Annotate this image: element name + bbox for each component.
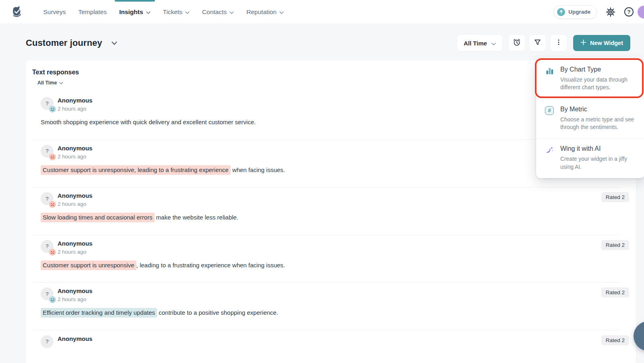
time-filter-dropdown[interactable]: All Time (457, 35, 502, 51)
menu-item-description: Visualize your data through different ch… (560, 76, 638, 92)
menu-item-by-metric[interactable]: # By Metric Choose a metric type and see… (536, 99, 644, 139)
avatar: ? (41, 145, 54, 158)
response-item: ? Anonymous 2 hours ago Customer support… (26, 235, 636, 283)
plus-icon (580, 39, 586, 47)
positive-highlight: Efficient order tracking and timely upda… (41, 308, 157, 318)
chevron-down-icon (111, 39, 117, 47)
menu-item-title: By Metric (560, 106, 638, 113)
response-text: Smooth shopping experience with quick de… (41, 118, 588, 127)
response-timestamp: 2 hours ago (58, 201, 93, 207)
menu-item-title: By Chart Type (560, 66, 638, 73)
filter-funnel-icon (533, 38, 542, 48)
upgrade-arrow-icon (557, 8, 565, 16)
menu-item-title: Wing it with AI (560, 145, 638, 152)
negative-sentiment-icon (49, 249, 56, 256)
response-item: ? Anonymous 2 hours ago Efficient order … (26, 282, 636, 330)
dashboard-title-dropdown[interactable]: Customer journey (26, 38, 117, 48)
nav-item-surveys[interactable]: Surveys (37, 0, 72, 24)
settings-gear-icon[interactable] (606, 7, 615, 17)
anonymous-question-avatar: ? (41, 335, 54, 348)
chevron-down-icon (185, 8, 190, 16)
avatar: ? (41, 97, 54, 110)
rating-badge: Rated 2 (601, 287, 629, 297)
chevron-down-icon (146, 8, 151, 16)
new-widget-button[interactable]: New Widget (573, 35, 630, 51)
menu-item-wing-it-with-ai[interactable]: Wing it with AI Create your widget in a … (536, 138, 644, 178)
avatar: ? (41, 287, 54, 300)
response-text: Slow loading times and occasional errors… (41, 213, 588, 222)
chevron-down-icon (491, 40, 496, 47)
response-text: Customer support is unresponsive, leadin… (41, 166, 588, 175)
filter-button[interactable] (530, 35, 546, 51)
response-timestamp: 2 hours ago (58, 154, 93, 160)
help-icon[interactable]: ? (624, 7, 634, 16)
nav-label: Surveys (43, 8, 66, 16)
new-widget-menu: By Chart Type Visualize your data throug… (536, 59, 644, 178)
menu-item-description: Create your widget in a jiffy using AI. (560, 155, 638, 171)
respondent-name: Anonymous (58, 97, 93, 104)
response-text: Efficient order tracking and timely upda… (41, 308, 588, 318)
page-header: Customer journey All Time (0, 24, 644, 51)
rating-badge: Rated 2 (601, 240, 629, 250)
widget-time-filter[interactable]: All Time (37, 80, 63, 86)
chevron-down-icon (229, 8, 234, 16)
respondent-name: Anonymous (58, 287, 93, 294)
main-nav: Surveys Templates Insights Tickets Conta… (37, 0, 290, 24)
negative-highlight: Slow loading times and occasional errors (41, 213, 155, 222)
avatar: ? (41, 240, 54, 253)
brand-bird-logo-icon[interactable] (10, 4, 25, 20)
respondent-name: Anonymous (58, 145, 93, 152)
widget-time-filter-value: All Time (37, 80, 57, 86)
hash-metric-icon: # (545, 106, 555, 131)
rating-badge: Rated 2 (601, 335, 629, 345)
upgrade-button[interactable]: Upgrade (553, 5, 597, 19)
nav-item-tickets[interactable]: Tickets (157, 0, 196, 24)
respondent-name: Anonymous (58, 240, 93, 247)
respondent-name: Anonymous (58, 335, 93, 342)
alarm-clock-icon (512, 38, 521, 48)
avatar: ? (41, 192, 54, 205)
response-item: ? Anonymous 2 hours ago Slow loading tim… (26, 187, 636, 235)
positive-sentiment-icon (49, 106, 56, 113)
upgrade-label: Upgrade (568, 9, 590, 15)
menu-item-description: Choose a metric type and see through the… (560, 116, 638, 131)
chevron-down-icon (279, 8, 284, 16)
nav-label: Insights (119, 8, 143, 16)
chevron-down-icon (59, 80, 63, 86)
nav-label: Tickets (163, 8, 183, 16)
more-options-button[interactable] (551, 35, 567, 51)
response-timestamp: 2 hours ago (58, 296, 93, 302)
schedule-report-button[interactable] (509, 35, 525, 51)
ai-wing-icon (545, 146, 555, 171)
kebab-menu-icon (555, 39, 562, 47)
user-avatar[interactable] (638, 6, 644, 18)
time-filter-value: All Time (464, 40, 487, 47)
respondent-name: Anonymous (58, 192, 93, 199)
nav-item-templates[interactable]: Templates (72, 0, 113, 24)
bar-chart-icon (545, 66, 555, 92)
negative-sentiment-icon (49, 201, 56, 208)
nav-item-reputation[interactable]: Reputation (240, 0, 290, 24)
nav-label: Templates (78, 8, 107, 16)
negative-highlight: Customer support is unresponsive (41, 260, 136, 270)
positive-sentiment-icon (49, 296, 56, 303)
new-widget-label: New Widget (590, 40, 623, 46)
rating-badge: Rated 2 (601, 192, 629, 202)
top-navigation: Surveys Templates Insights Tickets Conta… (0, 0, 644, 24)
nav-item-contacts[interactable]: Contacts (196, 0, 240, 24)
response-text: Customer support is unresponsive, leadin… (41, 261, 588, 270)
nav-label: Contacts (202, 8, 227, 16)
negative-highlight: Customer support is unresponsive, leadin… (41, 165, 231, 175)
dashboard-controls: All Time (457, 35, 630, 51)
nav-item-insights[interactable]: Insights (113, 0, 157, 24)
response-timestamp: 2 hours ago (58, 249, 93, 255)
avatar: ? (41, 335, 54, 348)
topbar-actions: Upgrade ? (553, 5, 634, 19)
page-title: Customer journey (26, 38, 102, 48)
menu-item-by-chart-type[interactable]: By Chart Type Visualize your data throug… (536, 59, 644, 99)
nav-label: Reputation (246, 8, 277, 16)
response-item: ? Anonymous Rated 2 (26, 330, 636, 361)
response-timestamp: 2 hours ago (58, 106, 93, 112)
negative-sentiment-icon (49, 154, 56, 160)
